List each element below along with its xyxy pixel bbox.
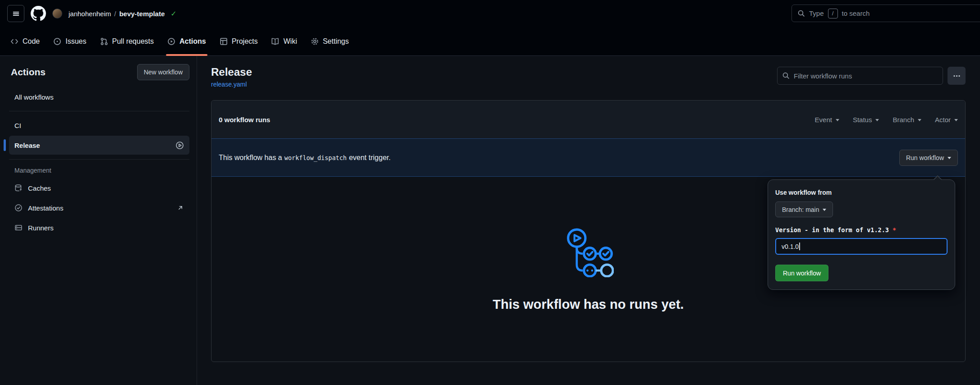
tab-code[interactable]: Code [4,27,46,55]
breadcrumb: janhohenheim / bevy-template ✓ [69,9,177,18]
search-placeholder-suffix: to search [842,9,870,17]
sidebar-item-runners[interactable]: Runners [9,218,189,237]
tab-projects[interactable]: Projects [213,27,265,55]
sidebar-item-label: Caches [28,184,51,192]
kebab-horizontal-icon [953,72,961,80]
breadcrumb-separator: / [114,10,116,18]
chevron-down-icon [823,209,826,211]
tab-pull-requests[interactable]: Pull requests [93,27,161,55]
play-circle-icon [167,37,175,46]
tab-actions[interactable]: Actions [161,27,213,55]
version-input[interactable]: v0.1.0 [775,238,948,255]
gear-icon [311,37,319,46]
arrow-up-right-icon [177,204,184,211]
book-icon [271,37,279,46]
user-avatar[interactable] [52,9,62,18]
sidebar-item-attestations[interactable]: Attestations [9,198,189,217]
breadcrumb-owner-link[interactable]: janhohenheim [69,10,111,18]
chevron-down-icon [836,119,839,121]
workflow-file-link[interactable]: release.yaml [211,81,247,88]
text-cursor [799,243,800,250]
actions-sidebar: Actions New workflow All workflows CI Re… [0,56,197,385]
page-title: Release [211,66,252,78]
app-header: janhohenheim / bevy-template ✓ Type / to… [0,0,980,27]
branch-filter-dropdown[interactable]: Branch [893,116,921,124]
filter-label: Actor [935,116,951,124]
actor-filter-dropdown[interactable]: Actor [935,116,958,124]
version-input-value: v0.1.0 [782,243,799,250]
sidebar-item-all-workflows[interactable]: All workflows [9,87,189,106]
filter-workflow-runs-input[interactable] [777,67,943,85]
search-icon [782,72,790,79]
checks-passing-icon[interactable]: ✓ [170,9,176,18]
sidebar-item-caches[interactable]: Caches [9,179,189,197]
tab-label: Code [23,37,40,46]
filter-label: Status [853,116,872,124]
required-asterisk: * [893,226,896,234]
empty-state-message: This workflow has no runs yet. [493,297,684,312]
chevron-down-icon [918,119,921,121]
version-field-label: Version - in the form of v1.2.3 * [775,226,948,234]
button-label: Run workflow [906,154,944,161]
chevron-down-icon [954,119,958,121]
version-label-text: Version - in the form of v1.2.3 [775,226,889,234]
global-menu-button[interactable] [7,5,24,22]
filter-label: Branch [893,116,914,124]
git-pull-request-icon [100,37,108,46]
event-filter-dropdown[interactable]: Event [815,116,839,124]
chevron-down-icon [875,119,879,121]
attestation-badge-icon [14,204,23,212]
banner-text: This workflow has aworkflow_dispatcheven… [219,154,391,162]
new-workflow-button[interactable]: New workflow [137,64,189,80]
tab-label: Actions [179,37,206,46]
chevron-down-icon [948,157,951,159]
status-filter-dropdown[interactable]: Status [853,116,879,124]
sidebar-item-workflow-ci[interactable]: CI [9,116,189,135]
search-icon [797,9,805,17]
tab-label: Settings [323,37,349,46]
runners-icon [14,224,23,232]
run-workflow-popover: Use workflow from Branch: main Version -… [768,179,955,290]
tab-label: Issues [65,37,86,46]
run-workflow-submit-button[interactable]: Run workflow [775,265,828,281]
run-workflow-dropdown-button[interactable]: Run workflow [899,150,958,166]
sidebar-item-label: CI [14,122,21,129]
sidebar-item-label: All workflows [14,93,54,101]
tab-settings[interactable]: Settings [304,27,356,55]
tab-label: Pull requests [112,37,154,46]
play-circle-icon [175,141,184,150]
tab-issues[interactable]: Issues [46,27,93,55]
branch-selector-button[interactable]: Branch: main [775,202,833,217]
repo-nav-tabs: Code Issues Pull requests Actions Projec… [0,27,980,56]
workflow-graph-icon [563,227,614,277]
cache-icon [14,184,23,192]
popover-heading: Use workflow from [775,189,948,196]
runs-card-header: 0 workflow runs Event Status Branch [212,101,965,138]
hamburger-icon [12,10,20,18]
sidebar-item-label: Release [14,142,40,149]
slash-key-hint: / [828,9,838,18]
management-section-label: Management [9,164,189,178]
button-label: Branch: main [782,206,819,213]
sidebar-item-label: Runners [28,224,54,232]
table-icon [220,37,228,46]
issue-opened-icon [53,37,61,46]
runs-count: 0 workflow runs [219,116,270,124]
global-search-field[interactable]: Type / to search [791,5,980,22]
tab-label: Wiki [283,37,297,46]
banner-text-before: This workflow has a [219,154,282,161]
workflow-dispatch-banner: This workflow has aworkflow_dispatcheven… [212,138,965,177]
selected-indicator-bar [4,139,6,151]
tab-label: Projects [232,37,258,46]
workflow-options-button[interactable] [948,67,966,85]
breadcrumb-repo-link[interactable]: bevy-template [119,10,165,18]
sidebar-divider [9,159,189,160]
github-logo-icon[interactable] [31,6,46,21]
sidebar-title: Actions [11,67,46,78]
banner-text-after: event trigger. [349,154,391,161]
sidebar-item-workflow-release[interactable]: Release [9,136,189,155]
tab-wiki[interactable]: Wiki [264,27,304,55]
search-placeholder-prefix: Type [809,9,824,17]
workflow-dispatch-code: workflow_dispatch [285,154,347,161]
sidebar-divider [9,111,189,111]
